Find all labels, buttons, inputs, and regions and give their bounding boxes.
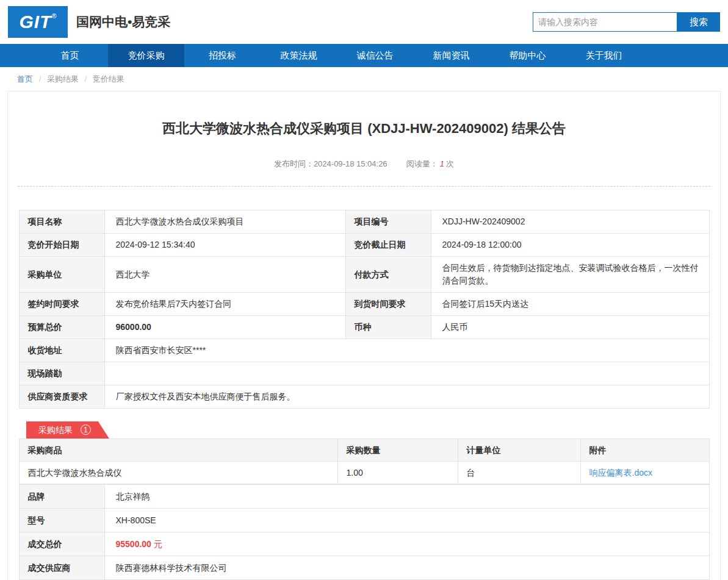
table-row: 成交供应商 陕西赛德林科学技术有限公司 bbox=[19, 556, 709, 580]
payment-method-label: 付款方式 bbox=[345, 257, 431, 293]
product-unit-cell: 台 bbox=[458, 462, 580, 484]
deal-price-value: 95500.00元 bbox=[104, 532, 709, 556]
nav-item-integrity-notices[interactable]: 诚信公告 bbox=[337, 44, 413, 67]
breadcrumb-bidding-results: 竞价结果 bbox=[93, 74, 124, 84]
unit-column-header: 计量单位 bbox=[458, 439, 580, 462]
table-row: 型号 XH-800SE bbox=[19, 509, 709, 532]
supplier-qualification-value: 厂家授权文件及西安本地供应商便于售后服务。 bbox=[104, 385, 709, 409]
quantity-column-header: 采购数量 bbox=[337, 439, 458, 462]
breadcrumb-procurement-results[interactable]: 采购结果 bbox=[47, 74, 79, 84]
deal-price-amount: 95500.00 bbox=[116, 539, 151, 549]
views-label: 阅读量： bbox=[406, 159, 438, 168]
currency-label: 币种 bbox=[345, 316, 431, 339]
content-card: 西北大学微波水热合成仪采购项目 (XDJJ-HW-202409002) 结果公告… bbox=[7, 91, 721, 580]
delivery-time-label: 到货时间要求 bbox=[345, 293, 431, 316]
product-column-header: 采购商品 bbox=[19, 439, 337, 462]
views-count: 1 bbox=[440, 159, 444, 168]
publish-time-label: 发布时间： bbox=[274, 159, 314, 168]
logo-text: GIT bbox=[19, 12, 51, 32]
budget-total-value: 96000.00 bbox=[104, 316, 345, 339]
search-button[interactable]: 搜索 bbox=[677, 12, 720, 32]
table-row: 竞价开始日期 2024-09-12 15:34:40 竞价截止日期 2024-0… bbox=[19, 234, 709, 257]
project-name-value: 西北大学微波水热合成仪采购项目 bbox=[104, 210, 345, 234]
dashed-divider bbox=[18, 186, 710, 187]
product-quantity-cell: 1.00 bbox=[337, 462, 458, 484]
attachment-link[interactable]: 响应偏离表.docx bbox=[589, 468, 652, 478]
table-row: 现场踏勘 bbox=[19, 362, 709, 385]
table-row: 收货地址 陕西省西安市长安区**** bbox=[19, 339, 709, 362]
result-count-badge: 1 bbox=[81, 424, 91, 435]
attachment-column-header: 附件 bbox=[580, 439, 709, 462]
payment-method-value: 合同生效后，待货物到达指定地点、安装调试验收合格后，一次性付清合同货款。 bbox=[431, 257, 709, 293]
project-number-value: XDJJ-HW-202409002 bbox=[431, 210, 709, 234]
bid-start-label: 竞价开始日期 bbox=[19, 234, 104, 257]
delivery-time-value: 合同签订后15天内送达 bbox=[431, 293, 709, 316]
top-header: GIT® 国网中电•易竞采 搜索 bbox=[0, 0, 728, 44]
search-bar: 搜索 bbox=[533, 12, 720, 32]
breadcrumb-separator: / bbox=[85, 74, 87, 84]
publish-time-value: 2024-09-18 15:04:26 bbox=[314, 159, 387, 168]
table-header-row: 采购商品 采购数量 计量单位 附件 bbox=[19, 439, 709, 462]
nav-item-policies[interactable]: 政策法规 bbox=[261, 44, 337, 67]
product-name-cell: 西北大学微波水热合成仪 bbox=[19, 462, 337, 484]
procurement-result-ribbon: 采购结果 1 bbox=[26, 421, 109, 439]
result-detail-table: 品牌 北京祥鹄 型号 XH-800SE 成交总价 95500.00元 成交供应商… bbox=[19, 484, 710, 580]
bid-deadline-value: 2024-09-18 12:00:00 bbox=[431, 234, 709, 257]
breadcrumb: 首页 / 采购结果 / 竞价结果 bbox=[0, 67, 728, 91]
signing-time-label: 签约时间要求 bbox=[19, 293, 104, 316]
page-title: 西北大学微波水热合成仪采购项目 (XDJJ-HW-202409002) 结果公告 bbox=[26, 120, 702, 138]
nav-item-news[interactable]: 新闻资讯 bbox=[413, 44, 489, 67]
model-label: 型号 bbox=[19, 509, 104, 532]
table-row: 采购单位 西北大学 付款方式 合同生效后，待货物到达指定地点、安装调试验收合格后… bbox=[19, 257, 709, 293]
project-number-label: 项目编号 bbox=[345, 210, 431, 234]
nav-item-home[interactable]: 首页 bbox=[32, 44, 108, 67]
brand-value: 北京祥鹄 bbox=[104, 485, 709, 509]
main-nav: 首页 竞价采购 招投标 政策法规 诚信公告 新闻资讯 帮助中心 关于我们 bbox=[0, 44, 728, 67]
deal-price-label: 成交总价 bbox=[19, 532, 104, 556]
table-row: 西北大学微波水热合成仪 1.00 台 响应偏离表.docx bbox=[19, 462, 709, 484]
nav-item-bidding-procurement[interactable]: 竞价采购 bbox=[108, 44, 184, 67]
breadcrumb-separator: / bbox=[39, 74, 41, 84]
brand-label: 品牌 bbox=[19, 485, 104, 509]
winning-supplier-value: 陕西赛德林科学技术有限公司 bbox=[104, 556, 709, 580]
model-value: XH-800SE bbox=[104, 509, 709, 532]
deal-price-unit: 元 bbox=[154, 539, 162, 549]
table-row: 签约时间要求 发布竞价结果后7天内签订合同 到货时间要求 合同签订后15天内送达 bbox=[19, 293, 709, 316]
site-survey-value bbox=[104, 362, 709, 385]
result-product-table: 采购商品 采购数量 计量单位 附件 西北大学微波水热合成仪 1.00 台 响应偏… bbox=[19, 439, 710, 484]
purchaser-value: 西北大学 bbox=[104, 257, 345, 293]
purchaser-label: 采购单位 bbox=[19, 257, 104, 293]
site-survey-label: 现场踏勘 bbox=[19, 362, 104, 385]
nav-item-about-us[interactable]: 关于我们 bbox=[566, 44, 642, 67]
nav-item-tendering[interactable]: 招投标 bbox=[184, 44, 261, 67]
supplier-qualification-label: 供应商资质要求 bbox=[19, 385, 104, 409]
site-logo[interactable]: GIT® bbox=[8, 6, 68, 38]
breadcrumb-home[interactable]: 首页 bbox=[17, 74, 33, 84]
views-unit: 次 bbox=[446, 159, 454, 168]
currency-value: 人民币 bbox=[431, 316, 709, 339]
winning-supplier-label: 成交供应商 bbox=[19, 556, 104, 580]
nav-item-help-center[interactable]: 帮助中心 bbox=[489, 44, 566, 67]
signing-time-value: 发布竞价结果后7天内签订合同 bbox=[104, 293, 345, 316]
table-row: 项目名称 西北大学微波水热合成仪采购项目 项目编号 XDJJ-HW-202409… bbox=[19, 210, 709, 234]
project-name-label: 项目名称 bbox=[19, 210, 104, 234]
delivery-address-value: 陕西省西安市长安区**** bbox=[104, 339, 709, 362]
bid-deadline-label: 竞价截止日期 bbox=[345, 234, 431, 257]
article-meta: 发布时间：2024-09-18 15:04:26 阅读量：1次 bbox=[8, 159, 720, 170]
site-name: 国网中电•易竞采 bbox=[76, 13, 170, 30]
bid-start-value: 2024-09-12 15:34:40 bbox=[104, 234, 345, 257]
table-row: 供应商资质要求 厂家授权文件及西安本地供应商便于售后服务。 bbox=[19, 385, 709, 409]
ribbon-label: 采购结果 bbox=[38, 425, 73, 435]
budget-total-label: 预算总价 bbox=[19, 316, 104, 339]
table-row: 成交总价 95500.00元 bbox=[19, 532, 709, 556]
registered-mark-icon: ® bbox=[51, 12, 56, 20]
table-row: 品牌 北京祥鹄 bbox=[19, 485, 709, 509]
project-info-table: 项目名称 西北大学微波水热合成仪采购项目 项目编号 XDJJ-HW-202409… bbox=[19, 210, 710, 409]
delivery-address-label: 收货地址 bbox=[19, 339, 104, 362]
table-row: 预算总价 96000.00 币种 人民币 bbox=[19, 316, 709, 339]
search-input[interactable] bbox=[533, 12, 677, 32]
attachment-cell: 响应偏离表.docx bbox=[580, 462, 709, 484]
